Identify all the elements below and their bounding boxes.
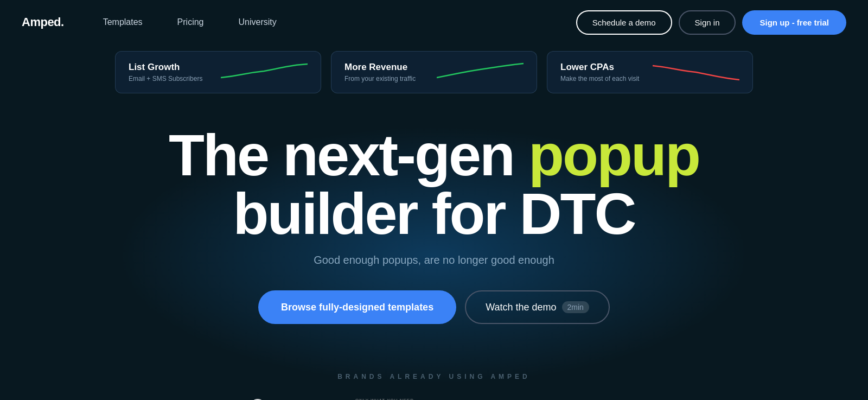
stat-chart-growth-2 <box>437 61 524 83</box>
stat-cards: List Growth Email + SMS Subscribers More… <box>0 51 868 93</box>
brand-frey: Frey <box>178 398 207 400</box>
stat-card-more-revenue: More Revenue From your existing traffic <box>331 51 537 93</box>
stat-title-3: Lower CPAs <box>560 62 639 73</box>
watch-demo-button[interactable]: Watch the demo 2min <box>465 290 610 324</box>
signup-button[interactable]: Sign up - free trial <box>742 10 846 35</box>
owyn-tagline: ONLY WHAT YOU NEED <box>355 398 414 401</box>
hero-heading: The next-gen popup builder for DTC <box>22 126 846 243</box>
stat-card-lower-cpas: Lower CPAs Make the most of each visit <box>547 51 753 93</box>
stat-subtitle-2: From your existing traffic <box>344 75 416 82</box>
brand-arey: arey <box>457 398 486 400</box>
brands-label: BRANDS ALREADY USING AMPED <box>22 373 846 380</box>
page-background: Amped. Templates Pricing University Sche… <box>0 0 868 400</box>
hero-subtext: Good enough popups, are no longer good e… <box>22 254 846 266</box>
nav-right: Schedule a demo Sign in Sign up - free t… <box>576 10 846 35</box>
stat-subtitle: Email + SMS Subscribers <box>129 75 202 82</box>
hero-line2: builder for DTC <box>233 181 635 246</box>
hero-section: The next-gen popup builder for DTC Good … <box>0 93 868 346</box>
stat-card-text-3: Lower CPAs Make the most of each visit <box>560 62 639 82</box>
brands-logos: Frey h postable ONLY WHAT YOU NEED OWYN … <box>22 398 846 400</box>
nav-link-templates[interactable]: Templates <box>86 0 160 45</box>
stat-chart-growth-1 <box>221 61 308 83</box>
logo[interactable]: Amped. <box>22 15 64 29</box>
watch-demo-label: Watch the demo <box>486 302 556 313</box>
signin-button[interactable]: Sign in <box>679 10 736 35</box>
hero-line1-yellow: popup <box>528 122 699 188</box>
brands-section: BRANDS ALREADY USING AMPED Frey h postab… <box>0 346 868 400</box>
stat-subtitle-3: Make the most of each visit <box>560 75 639 82</box>
stat-card-text-2: More Revenue From your existing traffic <box>344 62 416 82</box>
watch-duration-badge: 2min <box>562 301 589 313</box>
stat-title-2: More Revenue <box>344 62 416 73</box>
stat-title: List Growth <box>129 62 202 73</box>
brand-owyn: ONLY WHAT YOU NEED OWYN <box>355 398 414 401</box>
cta-buttons: Browse fully-designed templates Watch th… <box>22 290 846 324</box>
schedule-demo-button[interactable]: Schedule a demo <box>576 10 672 35</box>
browse-templates-button[interactable]: Browse fully-designed templates <box>258 290 456 324</box>
nav-left: Amped. Templates Pricing University <box>22 0 294 45</box>
stat-chart-decline <box>653 61 739 83</box>
nav-links: Templates Pricing University <box>86 0 294 45</box>
hero-line1-white: The next-gen <box>169 122 514 188</box>
stat-card-text: List Growth Email + SMS Subscribers <box>129 62 202 82</box>
nav-link-university[interactable]: University <box>221 0 294 45</box>
nav-link-pricing[interactable]: Pricing <box>160 0 221 45</box>
owyn-label: ONLY WHAT YOU NEED OWYN <box>355 398 414 401</box>
navbar: Amped. Templates Pricing University Sche… <box>0 0 868 45</box>
stat-card-list-growth: List Growth Email + SMS Subscribers <box>115 51 321 93</box>
